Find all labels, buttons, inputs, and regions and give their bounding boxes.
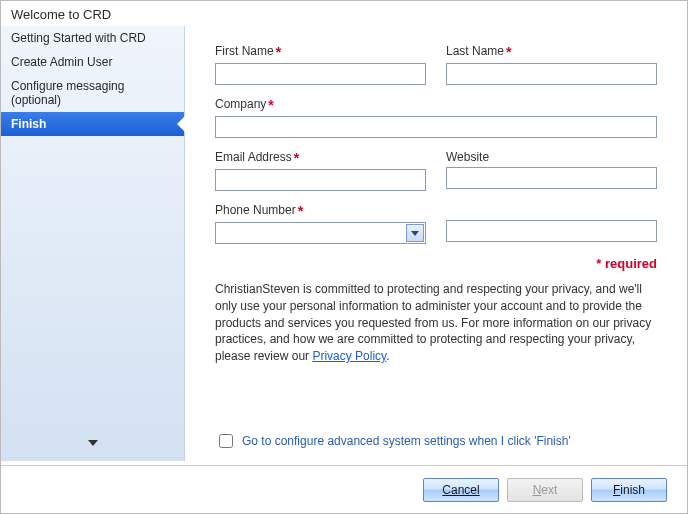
required-note: * required [215, 256, 657, 271]
privacy-body: ChristianSteven is committed to protecti… [215, 282, 651, 363]
advanced-settings-label: Go to configure advanced system settings… [242, 434, 571, 448]
company-label: Company* [215, 97, 657, 113]
sidebar-item-finish[interactable]: Finish [1, 112, 184, 136]
privacy-text: ChristianSteven is committed to protecti… [215, 281, 657, 365]
email-input[interactable] [215, 169, 426, 191]
company-input[interactable] [215, 116, 657, 138]
wizard-main: First Name* Last Name* Company* Email Ad… [185, 26, 687, 461]
phone-prefix-field-group: Phone Number* [215, 203, 426, 244]
sidebar-item-getting-started[interactable]: Getting Started with CRD [1, 26, 184, 50]
phone-label: Phone Number* [215, 203, 426, 219]
advanced-settings-row: Go to configure advanced system settings… [215, 431, 657, 451]
next-underline: Next [533, 483, 558, 497]
sidebar-more-icon[interactable] [1, 427, 184, 461]
last-name-label: Last Name* [446, 44, 657, 60]
wizard-body: Getting Started with CRD Create Admin Us… [1, 26, 687, 461]
privacy-policy-link[interactable]: Privacy Policy [312, 349, 386, 363]
cancel-button[interactable]: Cancel [423, 478, 499, 502]
wizard-window: Welcome to CRD Getting Started with CRD … [0, 0, 688, 514]
sidebar-item-create-admin[interactable]: Create Admin User [1, 50, 184, 74]
email-label: Email Address* [215, 150, 426, 166]
phone-number-spacer [446, 203, 657, 217]
phone-prefix-combo[interactable] [215, 222, 426, 244]
last-name-field-group: Last Name* [446, 44, 657, 85]
finish-button[interactable]: Finish [591, 478, 667, 502]
sidebar-item-configure-messaging[interactable]: Configure messaging (optional) [1, 74, 184, 112]
privacy-period: . [386, 349, 389, 363]
first-name-input[interactable] [215, 63, 426, 85]
wizard-title: Welcome to CRD [1, 1, 687, 26]
website-input[interactable] [446, 167, 657, 189]
finish-underline: Finish [613, 483, 645, 497]
svg-marker-0 [88, 440, 98, 446]
advanced-settings-checkbox[interactable] [219, 434, 233, 448]
phone-number-input[interactable] [446, 220, 657, 242]
next-button: Next [507, 478, 583, 502]
last-name-input[interactable] [446, 63, 657, 85]
company-field-group: Company* [215, 97, 657, 138]
chevron-down-icon[interactable] [406, 224, 424, 242]
phone-number-field-group [446, 203, 657, 244]
website-label: Website [446, 150, 657, 164]
email-field-group: Email Address* [215, 150, 426, 191]
wizard-footer: Cancel Next Finish [1, 465, 687, 513]
svg-marker-1 [411, 231, 419, 236]
first-name-label: First Name* [215, 44, 426, 60]
website-field-group: Website [446, 150, 657, 191]
wizard-sidebar: Getting Started with CRD Create Admin Us… [1, 26, 185, 461]
first-name-field-group: First Name* [215, 44, 426, 85]
